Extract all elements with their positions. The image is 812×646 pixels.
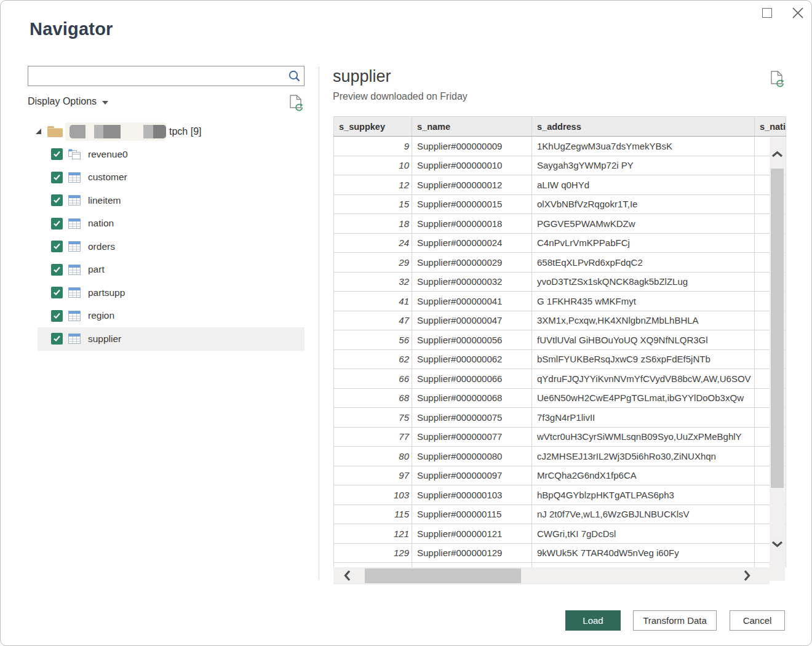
column-header[interactable]: s_name bbox=[412, 117, 532, 137]
table-row: 103Supplier#000000103hBpQ4GYblzpHKTgATLP… bbox=[334, 485, 786, 505]
vertical-scrollbar-thumb[interactable] bbox=[771, 169, 784, 488]
tree-expander-icon[interactable] bbox=[36, 129, 41, 134]
tree-item-supplier[interactable]: supplier bbox=[38, 327, 304, 351]
preview-title: supplier bbox=[333, 67, 391, 86]
cell: Supplier#000000015 bbox=[412, 194, 532, 214]
cell: Supplier#000000010 bbox=[412, 156, 532, 175]
cell bbox=[412, 563, 532, 568]
checkbox-checked[interactable] bbox=[51, 172, 63, 183]
scroll-left-icon[interactable] bbox=[344, 570, 351, 584]
scroll-down-icon[interactable] bbox=[771, 539, 783, 550]
display-options-dropdown[interactable]: Display Options bbox=[28, 96, 108, 107]
cell: nJ 2t0f7Ve,wL1,6WzGBJLNBUCKlsV bbox=[532, 504, 755, 524]
navigator-dialog: Navigator Display Options tpch [9] bbox=[0, 0, 812, 646]
close-icon[interactable] bbox=[790, 6, 805, 20]
tree-item-lineitem[interactable]: lineitem bbox=[38, 189, 304, 212]
checkbox-checked[interactable] bbox=[51, 310, 63, 322]
tree-item-revenue0[interactable]: revenue0 bbox=[38, 143, 304, 166]
checkbox-checked[interactable] bbox=[51, 218, 63, 229]
cell: 115 bbox=[334, 504, 412, 524]
cell: 77 bbox=[334, 427, 412, 447]
tree-item-orders[interactable]: orders bbox=[38, 235, 304, 258]
column-header[interactable]: s_suppkey bbox=[334, 117, 412, 137]
tree-item-part[interactable]: part bbox=[38, 258, 304, 282]
tree-item-label: partsupp bbox=[88, 287, 125, 298]
tree-root-label: tpch [9] bbox=[169, 126, 201, 137]
scroll-up-icon[interactable] bbox=[771, 150, 783, 161]
refresh-source-icon[interactable] bbox=[287, 94, 304, 114]
cell: Supplier#000000041 bbox=[412, 292, 532, 311]
tree-item-label: customer bbox=[88, 172, 127, 183]
cell: 9kWUk5K 7TAR40dW5nVeg i60Fy bbox=[532, 543, 755, 563]
maximize-icon[interactable] bbox=[762, 8, 772, 18]
scroll-right-icon[interactable] bbox=[743, 570, 750, 584]
tree-item-label: part bbox=[88, 264, 105, 275]
table-icon bbox=[68, 195, 81, 205]
cell: 15 bbox=[334, 194, 412, 214]
panel-divider bbox=[319, 66, 319, 580]
table-row: 15Supplier#000000015olXVbNBfVzRqgokr1T,I… bbox=[334, 194, 786, 214]
cell: 103 bbox=[334, 485, 412, 505]
cell: 12 bbox=[334, 175, 412, 195]
search-input[interactable] bbox=[28, 66, 285, 86]
tree-item-nation[interactable]: nation bbox=[38, 212, 304, 236]
cell: Supplier#000000097 bbox=[412, 466, 532, 485]
horizontal-scrollbar[interactable] bbox=[333, 567, 770, 584]
table-row: 56Supplier#000000056fUVtlUVal GiHBOuYoUQ… bbox=[334, 330, 786, 350]
horizontal-scrollbar-thumb[interactable] bbox=[365, 568, 521, 583]
checkbox-checked[interactable] bbox=[51, 241, 63, 252]
cell: Supplier#000000029 bbox=[412, 253, 532, 273]
cell: 7f3gN4rP1livII bbox=[532, 408, 755, 428]
cell: Supplier#000000018 bbox=[412, 214, 532, 234]
data-grid: s_suppkeys_names_addresss_natio 9Supplie… bbox=[333, 116, 786, 567]
checkbox-checked[interactable] bbox=[51, 287, 63, 298]
cell bbox=[532, 563, 755, 568]
checkbox-checked[interactable] bbox=[51, 264, 63, 276]
checkbox-checked[interactable] bbox=[51, 148, 63, 160]
table-icon bbox=[68, 333, 81, 344]
cell: olXVbNBfVzRqgokr1T,Ie bbox=[532, 194, 755, 214]
folder-icon bbox=[47, 126, 63, 137]
table-row: 62Supplier#000000062bSmlFYUKBeRsqJxwC9 z… bbox=[334, 349, 786, 369]
table-row: 80Supplier#000000080cJ2MHSEJ13rIL2Wj3D5i… bbox=[334, 447, 786, 466]
transform-data-button[interactable]: Transform Data bbox=[633, 610, 717, 631]
column-header[interactable]: s_address bbox=[532, 117, 755, 137]
tree-item-region[interactable]: region bbox=[38, 305, 304, 328]
tree-item-partsupp[interactable]: partsupp bbox=[38, 281, 304, 305]
cell: PGGVE5PWAMwKDZw bbox=[532, 214, 755, 234]
table-row: 66Supplier#000000066qYdruFJQJYYiKvnNVmYf… bbox=[334, 369, 786, 389]
refresh-preview-icon[interactable] bbox=[768, 70, 785, 90]
load-button[interactable]: Load bbox=[565, 610, 621, 631]
cell: Supplier#000000080 bbox=[412, 447, 532, 466]
column-header[interactable]: s_natio bbox=[755, 117, 786, 137]
checkbox-checked[interactable] bbox=[51, 194, 63, 206]
table-row: 47Supplier#0000000473XM1x,Pcxqw,HK4XNlgb… bbox=[334, 311, 786, 330]
table-row: 12Supplier#000000012aLIW q0HYd bbox=[334, 175, 786, 195]
preview-subtitle: Preview downloaded on Friday bbox=[333, 91, 468, 102]
table-icon bbox=[68, 241, 81, 252]
cell: Ue6N50wH2CwE4PPgTGLmat,ibGYYlDoOb3xQw bbox=[532, 388, 755, 408]
cell: Supplier#000000068 bbox=[412, 388, 532, 408]
table-row: 115Supplier#000000115nJ 2t0f7Ve,wL1,6WzG… bbox=[334, 504, 786, 524]
cell: Supplier#000000009 bbox=[412, 137, 532, 156]
cancel-button[interactable]: Cancel bbox=[730, 610, 785, 631]
table-row: 10Supplier#000000010Saygah3gYWMp72i PY bbox=[334, 156, 786, 175]
table-row: 18Supplier#000000018PGGVE5PWAMwKDZw bbox=[334, 214, 786, 234]
checkbox-checked[interactable] bbox=[51, 333, 63, 345]
cell: Supplier#000000115 bbox=[412, 504, 532, 524]
cell: 62 bbox=[334, 349, 412, 369]
cell: Supplier#000000056 bbox=[412, 330, 532, 350]
cell: Supplier#000000066 bbox=[412, 369, 532, 389]
cell: 41 bbox=[334, 292, 412, 311]
chevron-down-icon bbox=[102, 101, 108, 105]
cell: wVtcr0uH3CyrSiWMLsqnB09Syo,UuZxPMeBghlY bbox=[532, 427, 755, 447]
table-icon bbox=[68, 311, 81, 321]
tree-item-customer[interactable]: customer bbox=[38, 166, 304, 189]
vertical-scrollbar[interactable] bbox=[770, 137, 785, 581]
tree-item-label: lineitem bbox=[88, 195, 121, 206]
table-icon bbox=[68, 172, 81, 183]
search-icon[interactable] bbox=[285, 70, 304, 83]
tree-root-tpch[interactable]: tpch [9] bbox=[31, 121, 201, 142]
page-title: Navigator bbox=[30, 19, 113, 39]
header-row: s_suppkeys_names_addresss_natio bbox=[334, 117, 786, 137]
